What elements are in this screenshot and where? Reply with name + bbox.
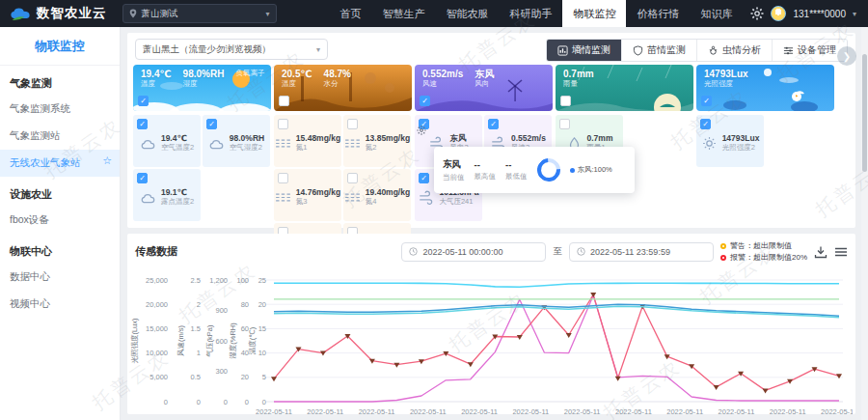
tile-checkbox[interactable]: ✓ — [278, 173, 288, 183]
card-checkbox[interactable]: ✓ — [701, 96, 712, 106]
card-label: 雨量 — [563, 79, 594, 89]
card-checkbox[interactable]: ✓ — [138, 96, 149, 106]
card-value: 98.0%RH — [183, 69, 225, 79]
tab-soil-moisture[interactable]: 墒情监测 — [547, 40, 621, 61]
tile-dew-point[interactable]: ✓19.1℃露点温度2 — [133, 169, 201, 221]
sensor-line-chart[interactable]: 25,00020,00015,00010,0005,0000光照强度(Lux)2… — [129, 266, 853, 420]
sidebar: 物联监控 气象监测 气象监测系统 气象监测站 无线农业气象站 ☆ 设施农业 fb… — [0, 27, 121, 420]
tile-air-humidity[interactable]: ✓98.0%RH空气湿度2 — [203, 115, 270, 167]
tile-checkbox[interactable]: ✓ — [488, 119, 499, 129]
tile-checkbox[interactable]: ✓ — [419, 173, 429, 183]
chevron-down-icon[interactable]: ▾ — [853, 10, 856, 18]
page-scrollbar[interactable] — [861, 27, 868, 420]
tile-checkbox[interactable]: ✓ — [137, 119, 148, 129]
card-label: 温度 — [141, 79, 172, 89]
wind-icon — [418, 189, 434, 206]
carousel-next-button[interactable]: ❯ — [837, 46, 856, 66]
chart-title: 传感数据 — [135, 244, 177, 259]
axis-tick: 20 — [241, 373, 249, 381]
tile-value: 14793Lux — [722, 133, 760, 143]
sidebar-item-weather-system[interactable]: 气象监测系统 — [0, 96, 120, 123]
user-avatar[interactable] — [771, 6, 786, 21]
tile-nitrogen-2[interactable]: ✓13.85mg/kg氮2 — [343, 115, 411, 167]
tile-label: 露点温度2 — [161, 197, 194, 207]
nav-item-production[interactable]: 智慧生产 — [371, 0, 435, 27]
download-icon[interactable] — [814, 245, 827, 259]
tooltip-max: --最高值 — [475, 159, 497, 182]
card-checkbox[interactable]: ✓ — [279, 96, 289, 106]
tile-value: 98.0%RH — [230, 133, 264, 143]
cloud-icon — [208, 135, 225, 152]
tile-light-intensity[interactable]: ✓14793Lux光照强度2 — [696, 115, 764, 167]
tab-device-management[interactable]: 设备管理 — [772, 40, 847, 61]
monitor-tabs: 墒情监测 苗情监测 虫情分析 设备管理 — [546, 39, 848, 62]
site-selector[interactable]: 萧山测试 ▾ — [122, 4, 277, 23]
tile-checkbox[interactable]: ✓ — [278, 119, 288, 129]
axis-tick: 10 — [258, 349, 266, 357]
nav-item-research[interactable]: 科研助手 — [499, 0, 562, 27]
axis-tick: 2.5 — [191, 276, 201, 285]
tile-checkbox[interactable]: ✓ — [137, 173, 148, 183]
monitor-panel: 萧山黑土（流量少勿浏览视频） ▾ 墒情监测 苗情监测 虫情分析 设备管理 — [127, 33, 855, 228]
sliders-icon — [783, 45, 794, 56]
card-wind[interactable]: 0.552m/s风速 东风风向 ✓ — [415, 65, 553, 111]
wind-direction-pie — [532, 154, 565, 186]
nav-item-knowledge[interactable]: 知识库 — [690, 0, 743, 27]
tile-nitrogen-1[interactable]: ✓15.48mg/kg氮1 — [274, 115, 341, 167]
bar-chart-icon — [557, 45, 568, 56]
tile-checkbox[interactable]: ✓ — [347, 173, 358, 183]
station-selector[interactable]: 萧山黑土（流量少勿浏览视频） ▾ — [135, 39, 328, 60]
sidebar-title: 物联监控 — [0, 27, 120, 66]
tile-checkbox[interactable]: ✓ — [700, 119, 711, 129]
axis-tick: 1,200 — [209, 276, 228, 285]
star-icon[interactable]: ☆ — [102, 154, 112, 167]
username[interactable]: 131****0000 — [793, 9, 846, 19]
sidebar-item-fbox[interactable]: fbox设备 — [0, 207, 120, 234]
chart-marker-风速 — [763, 388, 769, 393]
tile-nitrogen-4[interactable]: ✓19.40mg/kg氮4 — [343, 169, 411, 221]
x-axis-label: 2022-05-11 — [719, 407, 755, 416]
tile-checkbox[interactable]: ✓ — [559, 119, 570, 129]
main-content: 萧山黑土（流量少勿浏览视频） ▾ 墒情监测 苗情监测 虫情分析 设备管理 — [121, 27, 868, 420]
date-to-input[interactable]: 2022-05-11 23:59:59 — [569, 242, 714, 262]
sidebar-item-wireless-agri-station[interactable]: 无线农业气象站 ☆ — [0, 150, 120, 177]
alarm-label: 报警：超出限制值20% — [730, 252, 807, 263]
tile-checkbox[interactable]: ✓ — [347, 119, 358, 129]
sidebar-item-label: 无线农业气象站 — [10, 156, 81, 168]
card-soil[interactable]: 20.5℃温度 48.7%水分 ✓ — [274, 65, 412, 111]
card-checkbox[interactable]: ✓ — [420, 96, 430, 106]
tab-insect-analysis[interactable]: 虫情分析 — [696, 40, 772, 61]
tooltip-value: -- — [505, 159, 528, 170]
card-value: 东风 — [475, 69, 494, 79]
sun-icon — [701, 135, 718, 152]
nav-item-home[interactable]: 首页 — [329, 0, 371, 27]
tile-nitrogen-3[interactable]: ✓14.76mg/kg氮3 — [274, 169, 341, 221]
axis-tick: 300 — [215, 367, 228, 376]
card-rain[interactable]: 0.7mm雨量 ✓ — [556, 65, 693, 111]
card-light[interactable]: 14793Lux光照强度 ✓ — [696, 65, 834, 111]
tile-air-temp[interactable]: ✓19.4℃空气温度2 — [133, 115, 201, 167]
chart-marker-风速 — [320, 351, 326, 356]
nav-item-prices[interactable]: 价格行情 — [626, 0, 690, 27]
tab-label: 虫情分析 — [722, 43, 761, 57]
card-checkbox[interactable]: ✓ — [560, 96, 571, 106]
nav-item-iot-monitoring[interactable]: 物联监控 — [562, 0, 626, 27]
scrollbar-thumb[interactable] — [862, 54, 867, 172]
shield-icon — [633, 45, 643, 56]
axis-tick: 25,000 — [146, 276, 168, 285]
tab-seedling[interactable]: 苗情监测 — [621, 40, 696, 61]
sidebar-item-data-center[interactable]: 数据中心 — [0, 264, 120, 291]
chart-marker-风速 — [393, 363, 399, 368]
card-temperature-humidity[interactable]: 19.4℃温度 98.0%RH湿度 负氧离子 ✓ — [133, 65, 271, 111]
date-from-input[interactable]: 2022-05-11 00:00:00 — [401, 242, 546, 262]
gear-icon[interactable] — [417, 126, 426, 135]
tile-checkbox[interactable]: ✓ — [206, 119, 217, 129]
card-label: 湿度 — [183, 79, 225, 89]
sidebar-item-video-center[interactable]: 视频中心 — [0, 291, 120, 318]
list-menu-icon[interactable] — [834, 245, 848, 259]
sidebar-group-iot-center: 物联中心 — [0, 234, 120, 264]
sidebar-item-weather-station[interactable]: 气象监测站 — [0, 123, 120, 150]
tab-label: 设备管理 — [798, 43, 836, 57]
nav-item-services[interactable]: 智能农服 — [435, 0, 499, 27]
gear-icon[interactable] — [750, 7, 764, 20]
